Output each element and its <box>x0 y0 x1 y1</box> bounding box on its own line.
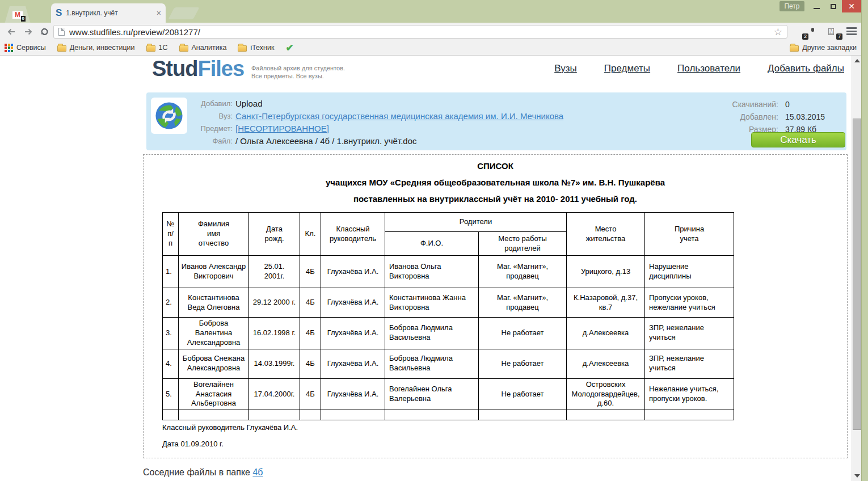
page-viewport: StudFiles Файловый архив для студентов. … <box>0 56 861 481</box>
folder-icon <box>146 45 155 52</box>
bookmark-folder-analytics[interactable]: Аналитика <box>179 44 227 52</box>
table-cell: Маг. «Магнит», продавец <box>479 256 567 288</box>
bookmark-check-site[interactable]: ✔ <box>285 42 293 54</box>
header-name: Фамилия имя отчество <box>179 213 249 256</box>
other-bookmarks-button[interactable]: Другие закладки <box>790 44 857 52</box>
table-cell: 4Б <box>300 256 321 288</box>
table-cell: Боброва Валентина Александровна <box>179 318 249 349</box>
minimize-button[interactable] <box>808 0 825 12</box>
browser-menu-button[interactable] <box>846 27 857 35</box>
mail-icon: M <box>828 28 834 35</box>
table-cell <box>179 410 249 420</box>
table-row: 1.Иванов Александр Викторович25.01. 2001… <box>163 256 734 288</box>
forward-button[interactable] <box>22 25 35 39</box>
nav-link-users[interactable]: Пользователи <box>677 63 740 74</box>
nav-link-subjects[interactable]: Предметы <box>604 63 650 74</box>
mail-extension-button[interactable]: M 7 <box>828 26 841 38</box>
url-text[interactable]: www.studfiles.ru/preview/2081277/ <box>69 27 769 37</box>
document-title: СПИСОК <box>144 161 847 171</box>
downloads-label: Скачиваний: <box>716 98 778 111</box>
table-cell: Иванова Ольга Викторовна <box>385 256 479 288</box>
reload-button[interactable] <box>37 25 51 39</box>
file-label: Файл: <box>146 135 235 147</box>
scroll-down-arrow-icon[interactable] <box>854 474 860 478</box>
table-cell: Боброва Снежана Александровна <box>179 349 249 378</box>
subject-link[interactable]: [НЕСОРТИРОВАННОЕ] <box>235 123 329 135</box>
bookmark-folder-1c[interactable]: 1С <box>146 44 168 52</box>
folder-icon <box>179 45 188 52</box>
table-cell: Не работает <box>479 318 567 349</box>
table-cell: 4. <box>163 349 179 378</box>
table-cell: Боброва Людмила Васильевна <box>385 349 479 378</box>
profile-name-chip[interactable]: Петр <box>779 1 804 11</box>
table-cell: 29.12 2000 г. <box>249 288 300 318</box>
bookmark-label: Деньги, инвестиции <box>70 44 135 52</box>
scrollbar-thumb[interactable] <box>853 119 861 430</box>
pinned-tab-gmail[interactable]: M 0 <box>5 6 31 24</box>
table-cell: К.Назаровой, д.37, кв.7 <box>567 288 645 318</box>
table-row <box>163 410 734 420</box>
neighbor-folder-link[interactable]: 4б <box>252 467 263 477</box>
site-nav: Вузы Предметы Пользователи Добавить файл… <box>554 63 844 74</box>
university-link[interactable]: Санкт-Петербургская государственная меди… <box>235 110 563 123</box>
maximize-button[interactable] <box>825 0 842 12</box>
other-bookmarks-label: Другие закладки <box>802 44 857 52</box>
table-cell: Островских Молодогвардейцев, д.60. <box>567 378 645 410</box>
file-meta: Добавил:Upload Вуз:Санкт-Петербургская г… <box>146 98 563 147</box>
adblock-badge: 2 <box>802 33 808 40</box>
tab-strip: M 0 ✔ S 1.внутрикл. учёт × Петр ✕ <box>0 0 868 23</box>
active-tab[interactable]: S 1.внутрикл. учёт × <box>51 3 166 23</box>
studfiles-page: StudFiles Файловый архив для студентов. … <box>0 56 861 481</box>
bookmark-label: Сервисы <box>16 44 46 52</box>
tab-close-icon[interactable]: × <box>157 9 161 18</box>
bookmark-folder-money[interactable]: Деньги, инвестиции <box>57 44 135 52</box>
table-cell: Глухачёва И.А. <box>321 349 385 378</box>
table-cell: д.Алексеевка <box>567 318 645 349</box>
bookmark-label: iТехник <box>250 44 274 52</box>
table-cell: 1. <box>163 256 179 288</box>
header-teacher: Классный руководитель <box>321 213 385 256</box>
nav-link-add-files[interactable]: Добавить файлы <box>768 63 844 74</box>
table-cell: Глухачёва И.А. <box>321 256 385 288</box>
table-cell: 2. <box>163 288 179 318</box>
table-cell: Не работает <box>479 378 567 410</box>
header-birth: Дата рожд. <box>249 213 300 256</box>
table-cell: Константинова Веда Олеговна <box>179 288 249 318</box>
file-path: / Ольга Алексеевна / 4б / 1.внутрикл. уч… <box>235 135 417 147</box>
new-tab-button[interactable] <box>168 7 199 19</box>
subject-label: Предмет: <box>146 123 235 135</box>
neighbor-files-text: Соседние файлы в папке <box>143 467 252 477</box>
close-window-button[interactable]: ✕ <box>842 0 861 12</box>
table-cell: 4Б <box>300 288 321 318</box>
table-cell: Пропуски уроков, нежелание учиться <box>645 288 734 318</box>
download-button[interactable]: Скачать <box>751 132 845 147</box>
back-button[interactable] <box>5 25 18 39</box>
evernote-extension-button[interactable] <box>812 26 825 38</box>
table-cell <box>567 410 645 420</box>
bookmark-star-icon[interactable]: ☆ <box>774 27 782 37</box>
table-cell <box>300 410 321 420</box>
browser-toolbar: www.studfiles.ru/preview/2081277/ ☆ 2 M … <box>0 23 861 40</box>
document-subtitle2: поставленных на внутриклассный учёт на 2… <box>144 194 847 204</box>
table-cell: ЗПР, нежелание учиться <box>645 349 734 378</box>
table-cell <box>479 410 567 420</box>
header-parents-work: Место работы родителей <box>479 232 567 256</box>
forward-arrow-icon <box>23 26 34 37</box>
scroll-up-arrow-icon[interactable] <box>854 59 860 62</box>
table-cell <box>385 410 479 420</box>
bookmark-services[interactable]: Сервисы <box>5 44 46 52</box>
mail-badge: 7 <box>836 33 842 40</box>
folder-icon <box>238 45 247 52</box>
bookmark-folder-itechnik[interactable]: iТехник <box>238 44 274 52</box>
table-row: 3.Боброва Валентина Александровна16.02.1… <box>163 318 734 349</box>
vertical-scrollbar[interactable] <box>852 56 861 481</box>
bookmark-label: Аналитика <box>192 44 227 52</box>
table-row: 2.Константинова Веда Олеговна29.12 2000 … <box>163 288 734 318</box>
table-cell: Боброва Людмила Васильевна <box>385 318 479 349</box>
table-cell: 14.03.1999г. <box>249 349 300 378</box>
studfiles-logo[interactable]: StudFiles <box>152 57 244 81</box>
adblock-extension-button[interactable]: 2 <box>794 26 807 38</box>
nav-link-universities[interactable]: Вузы <box>554 63 577 74</box>
url-bar[interactable]: www.studfiles.ru/preview/2081277/ ☆ <box>53 25 787 39</box>
table-cell: Глухачёва И.А. <box>321 288 385 318</box>
